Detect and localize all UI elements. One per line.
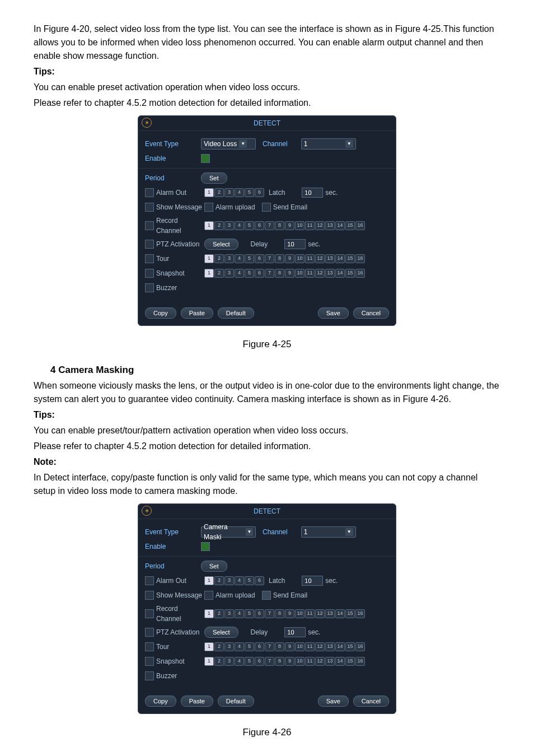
panel-title-bar: ✶ DETECT: [138, 504, 396, 519]
send-email-label: Send Email: [273, 590, 307, 600]
show-message-checkbox[interactable]: [145, 591, 154, 600]
enable-checkbox[interactable]: [201, 542, 210, 551]
alarm-out-channels[interactable]: 123456: [204, 188, 264, 197]
panel-title: DETECT: [254, 507, 280, 515]
channel-value: 1: [304, 139, 308, 149]
snapshot-label: Snapshot: [156, 268, 204, 278]
sec-label: sec.: [325, 576, 338, 586]
tips-heading-2: Tips:: [34, 408, 500, 422]
show-message-checkbox[interactable]: [145, 203, 154, 212]
copy-button[interactable]: Copy: [145, 696, 176, 707]
record-channels[interactable]: 12345678910111213141516: [204, 221, 365, 230]
select-button[interactable]: Select: [204, 627, 238, 638]
channel-select[interactable]: 1 ▼: [301, 138, 356, 150]
snapshot-channels[interactable]: 12345678910111213141516: [204, 657, 365, 666]
latch-input[interactable]: 10: [302, 576, 323, 586]
event-type-select[interactable]: Video Loss ▼: [201, 138, 256, 150]
panel-title: DETECT: [254, 119, 280, 127]
record-channels[interactable]: 12345678910111213141516: [204, 609, 365, 618]
delay-input[interactable]: 10: [284, 239, 306, 249]
detect-panel-camera-masking: ✶ DETECT Event Type Camera Maski ▼ Chann…: [138, 503, 396, 714]
tour-checkbox[interactable]: [145, 254, 154, 263]
record-channel-label: Record Channel: [156, 216, 204, 236]
camera-masking-heading: 4 Camera Masking: [50, 363, 500, 377]
alarm-out-channels[interactable]: 123456: [204, 576, 264, 585]
event-type-label: Event Type: [145, 527, 201, 537]
latch-label: Latch: [269, 188, 285, 198]
paste-button[interactable]: Paste: [181, 696, 213, 707]
tour-channels[interactable]: 12345678910111213141516: [204, 254, 365, 263]
send-email-label: Send Email: [273, 202, 307, 212]
ptz-checkbox[interactable]: [145, 240, 154, 249]
copy-button[interactable]: Copy: [145, 307, 176, 319]
alarm-out-checkbox[interactable]: [145, 576, 154, 585]
panel-icon: ✶: [142, 118, 152, 128]
buzzer-label: Buzzer: [156, 671, 177, 681]
buzzer-checkbox[interactable]: [145, 671, 154, 680]
alarm-out-label: Alarm Out: [156, 576, 204, 586]
alarm-upload-label: Alarm upload: [216, 202, 255, 212]
channel-value: 1: [304, 527, 308, 537]
figure-26-caption: Figure 4-26: [34, 725, 500, 740]
ptz-checkbox[interactable]: [145, 628, 154, 637]
buzzer-checkbox[interactable]: [145, 283, 154, 292]
tips1-line2: Please refer to chapter 4.5.2 motion det…: [34, 96, 500, 110]
event-type-value: Video Loss: [204, 139, 237, 149]
dropdown-icon: ▼: [239, 140, 247, 148]
event-type-select[interactable]: Camera Maski ▼: [201, 526, 256, 538]
sec-label-2: sec.: [308, 627, 320, 637]
latch-input[interactable]: 10: [302, 188, 323, 198]
paste-button[interactable]: Paste: [181, 307, 213, 319]
snapshot-channels[interactable]: 12345678910111213141516: [204, 269, 365, 278]
latch-label: Latch: [269, 576, 285, 586]
figure-25-caption: Figure 4-25: [34, 337, 500, 352]
alarm-upload-checkbox[interactable]: [204, 203, 213, 212]
tips-heading-1: Tips:: [34, 65, 500, 78]
snapshot-checkbox[interactable]: [145, 269, 154, 278]
tips2-line1: You can enable preset/tour/pattern activ…: [34, 424, 500, 437]
detect-panel-video-loss: ✶ DETECT Event Type Video Loss ▼ Channel…: [138, 115, 396, 326]
enable-label: Enable: [145, 153, 201, 164]
record-channel-checkbox[interactable]: [145, 609, 154, 618]
alarm-upload-label: Alarm upload: [216, 590, 255, 600]
tour-label: Tour: [156, 642, 204, 652]
alarm-upload-checkbox[interactable]: [204, 591, 213, 600]
snapshot-checkbox[interactable]: [145, 657, 154, 666]
tour-channels[interactable]: 12345678910111213141516: [204, 642, 365, 651]
sec-label-2: sec.: [308, 239, 320, 249]
record-channel-label: Record Channel: [156, 604, 204, 624]
channel-label: Channel: [263, 139, 288, 149]
dropdown-icon: ▼: [345, 528, 353, 536]
select-button[interactable]: Select: [204, 239, 238, 250]
tips1-line1: You can enable preset activation operati…: [34, 81, 500, 94]
dropdown-icon: ▼: [246, 528, 253, 536]
tour-checkbox[interactable]: [145, 642, 154, 651]
delay-input[interactable]: 10: [284, 627, 306, 637]
intro-paragraph: In Figure 4-20, select video loss from t…: [34, 22, 500, 63]
record-channel-checkbox[interactable]: [145, 221, 154, 230]
default-button[interactable]: Default: [218, 696, 254, 707]
set-button[interactable]: Set: [201, 561, 227, 572]
enable-checkbox[interactable]: [201, 154, 210, 163]
send-email-checkbox[interactable]: [262, 203, 271, 212]
snapshot-label: Snapshot: [156, 656, 204, 666]
period-label: Period: [145, 561, 201, 571]
sec-label: sec.: [325, 188, 338, 198]
panel-icon: ✶: [142, 506, 152, 516]
alarm-out-label: Alarm Out: [156, 188, 204, 198]
show-message-label: Show Message: [156, 590, 204, 600]
event-type-value: Camera Maski: [204, 522, 243, 542]
panel-title-bar: ✶ DETECT: [138, 116, 396, 131]
cancel-button[interactable]: Cancel: [353, 307, 389, 319]
default-button[interactable]: Default: [218, 307, 254, 319]
ptz-label: PTZ Activation: [156, 627, 204, 637]
send-email-checkbox[interactable]: [262, 591, 271, 600]
ptz-label: PTZ Activation: [156, 239, 204, 249]
alarm-out-checkbox[interactable]: [145, 188, 154, 197]
save-button[interactable]: Save: [318, 696, 349, 707]
cancel-button[interactable]: Cancel: [353, 696, 389, 707]
save-button[interactable]: Save: [318, 307, 349, 319]
set-button[interactable]: Set: [201, 172, 227, 184]
channel-select[interactable]: 1 ▼: [301, 526, 356, 538]
note-body: In Detect interface, copy/paste function…: [34, 471, 500, 498]
